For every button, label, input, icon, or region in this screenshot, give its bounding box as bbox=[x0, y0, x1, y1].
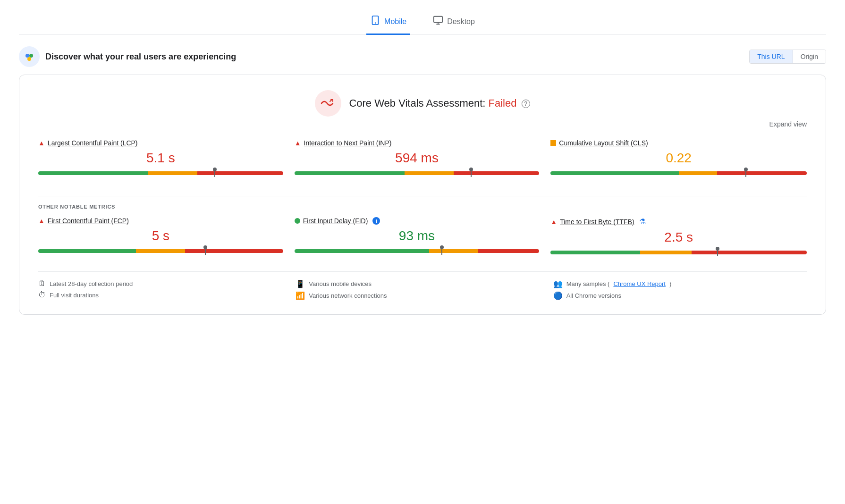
footer-chrome-versions: 🔵 All Chrome versions bbox=[553, 291, 807, 300]
expand-link[interactable]: Expand view bbox=[769, 120, 807, 128]
footer-col1: 🗓 Latest 28-day collection period ⏱ Full… bbox=[38, 279, 292, 303]
footer-info: 🗓 Latest 28-day collection period ⏱ Full… bbox=[38, 271, 807, 303]
footer-collection-period: 🗓 Latest 28-day collection period bbox=[38, 279, 292, 288]
lcp-bar bbox=[38, 171, 283, 175]
lcp-bar-green bbox=[38, 171, 148, 175]
wifi-icon: 📶 bbox=[296, 291, 305, 300]
cls-header: Cumulative Layout Shift (CLS) bbox=[550, 139, 807, 147]
avatar bbox=[19, 46, 40, 67]
expand-row: Expand view bbox=[38, 120, 807, 128]
people-icon: 👥 bbox=[553, 279, 563, 288]
fcp-bar-yellow bbox=[136, 249, 185, 253]
fid-bar-yellow bbox=[429, 249, 478, 253]
tab-desktop-label: Desktop bbox=[447, 17, 475, 26]
fid-status-icon bbox=[295, 218, 300, 224]
cls-bar-red bbox=[717, 171, 807, 175]
fid-bar-red bbox=[478, 249, 540, 253]
cls-bar bbox=[550, 171, 807, 175]
fcp-bar bbox=[38, 249, 283, 253]
other-metrics-label: OTHER NOTABLE METRICS bbox=[38, 204, 807, 210]
ttfb-marker bbox=[717, 249, 718, 256]
page-title: Discover what your real users are experi… bbox=[45, 52, 236, 62]
lcp-bar-red bbox=[197, 171, 283, 175]
header-row: Discover what your real users are experi… bbox=[19, 46, 826, 67]
main-card: Core Web Vitals Assessment: Failed ? Exp… bbox=[19, 75, 826, 315]
devices-icon: 📱 bbox=[296, 279, 305, 288]
this-url-button[interactable]: This URL bbox=[750, 50, 793, 63]
lcp-label[interactable]: Largest Contentful Paint (LCP) bbox=[48, 139, 138, 147]
lcp-marker bbox=[214, 169, 215, 177]
calendar-icon: 🗓 bbox=[38, 279, 46, 288]
tab-desktop[interactable]: Desktop bbox=[429, 9, 479, 35]
fcp-header: ▲ First Contentful Paint (FCP) bbox=[38, 217, 283, 225]
other-metrics-grid: ▲ First Contentful Paint (FCP) 5 s bbox=[38, 217, 807, 268]
fcp-bar-red bbox=[185, 249, 283, 253]
fid-info-icon[interactable]: i bbox=[372, 217, 380, 225]
inp-bar bbox=[295, 171, 540, 175]
ttfb-bar-green bbox=[550, 251, 640, 254]
svg-point-7 bbox=[29, 54, 33, 58]
tab-bar: Mobile Desktop bbox=[19, 9, 826, 35]
url-origin-toggle[interactable]: This URL Origin bbox=[749, 50, 826, 64]
fcp-bar-green bbox=[38, 249, 136, 253]
cls-status-icon bbox=[550, 140, 556, 146]
metric-fid: First Input Delay (FID) i 93 ms bbox=[295, 217, 551, 268]
fid-label[interactable]: First Input Delay (FID) bbox=[303, 217, 368, 225]
help-icon[interactable]: ? bbox=[522, 100, 530, 108]
fid-header: First Input Delay (FID) i bbox=[295, 217, 540, 225]
assessment-status: Failed bbox=[489, 97, 517, 109]
cls-label[interactable]: Cumulative Layout Shift (CLS) bbox=[559, 139, 648, 147]
footer-mobile-devices: 📱 Various mobile devices bbox=[296, 279, 549, 288]
footer-col2: 📱 Various mobile devices 📶 Various netwo… bbox=[296, 279, 549, 303]
tab-mobile[interactable]: Mobile bbox=[366, 9, 410, 35]
ttfb-value: 2.5 s bbox=[550, 230, 807, 245]
flask-icon: ⚗ bbox=[639, 217, 646, 226]
svg-rect-2 bbox=[434, 17, 442, 23]
fcp-status-icon: ▲ bbox=[38, 217, 45, 225]
mobile-icon bbox=[370, 15, 380, 28]
footer-col3: 👥 Many samples ( Chrome UX Report ) 🔵 Al… bbox=[553, 279, 807, 303]
chrome-icon: 🔵 bbox=[553, 291, 563, 300]
chrome-ux-report-link[interactable]: Chrome UX Report bbox=[613, 280, 666, 287]
lcp-bar-yellow bbox=[148, 171, 197, 175]
ttfb-bar-yellow bbox=[640, 251, 692, 254]
inp-header: ▲ Interaction to Next Paint (INP) bbox=[295, 139, 540, 147]
cls-bar-yellow bbox=[679, 171, 717, 175]
lcp-value: 5.1 s bbox=[38, 151, 283, 166]
inp-bar-red bbox=[454, 171, 540, 175]
fid-marker bbox=[441, 247, 442, 255]
fcp-label[interactable]: First Contentful Paint (FCP) bbox=[48, 217, 129, 225]
core-metrics-grid: ▲ Largest Contentful Paint (LCP) 5.1 s ▲ bbox=[38, 139, 807, 188]
inp-status-icon: ▲ bbox=[295, 139, 301, 147]
fcp-marker bbox=[205, 247, 206, 255]
lcp-header: ▲ Largest Contentful Paint (LCP) bbox=[38, 139, 283, 147]
inp-label[interactable]: Interaction to Next Paint (INP) bbox=[304, 139, 392, 147]
ttfb-bar-red bbox=[692, 251, 807, 254]
footer-network-connections: 📶 Various network connections bbox=[296, 291, 549, 300]
clock-icon: ⏱ bbox=[38, 291, 46, 299]
ttfb-bar bbox=[550, 251, 807, 254]
footer-visit-durations: ⏱ Full visit durations bbox=[38, 291, 292, 299]
ttfb-header: ▲ Time to First Byte (TTFB) ⚗ bbox=[550, 217, 807, 226]
header-left: Discover what your real users are experi… bbox=[19, 46, 236, 67]
cls-marker bbox=[745, 169, 746, 177]
ttfb-label[interactable]: Time to First Byte (TTFB) bbox=[560, 218, 634, 226]
origin-button[interactable]: Origin bbox=[793, 50, 826, 63]
fid-bar bbox=[295, 249, 540, 253]
inp-bar-green bbox=[295, 171, 405, 175]
assessment-icon bbox=[315, 90, 341, 117]
inp-marker bbox=[471, 169, 472, 177]
metric-lcp: ▲ Largest Contentful Paint (LCP) 5.1 s bbox=[38, 139, 295, 188]
ttfb-status-icon: ▲ bbox=[550, 218, 557, 226]
lcp-status-icon: ▲ bbox=[38, 139, 45, 147]
svg-point-6 bbox=[25, 54, 29, 58]
cls-bar-green bbox=[550, 171, 678, 175]
tab-mobile-label: Mobile bbox=[384, 17, 406, 26]
fid-value: 93 ms bbox=[295, 228, 540, 244]
assessment-header: Core Web Vitals Assessment: Failed ? bbox=[38, 90, 807, 117]
assessment-title: Core Web Vitals Assessment: Failed ? bbox=[349, 97, 530, 109]
metric-fcp: ▲ First Contentful Paint (FCP) 5 s bbox=[38, 217, 295, 268]
metric-inp: ▲ Interaction to Next Paint (INP) 594 ms bbox=[295, 139, 551, 188]
svg-point-8 bbox=[27, 57, 31, 61]
fcp-value: 5 s bbox=[38, 228, 283, 244]
